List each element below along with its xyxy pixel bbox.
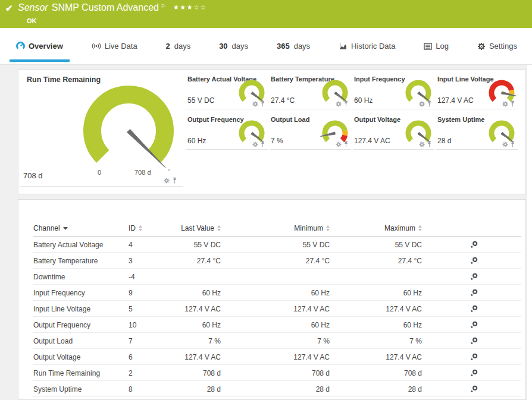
channel-row-battery-actual-voltage: Battery Actual Voltage455 V DC55 V DC55 … xyxy=(18,237,525,253)
channel-actions xyxy=(422,241,525,248)
channel-name: Downtime xyxy=(18,273,129,281)
gauge-value: 27.4 °C xyxy=(271,96,295,105)
last-value: 55 V DC xyxy=(164,241,221,249)
channel-name: Input Frequency xyxy=(18,289,129,297)
gear-icon[interactable] xyxy=(252,141,258,147)
last-value: 60 Hz xyxy=(164,289,221,297)
maximum-value: 55 V DC xyxy=(330,241,422,249)
column-header-channel[interactable]: Channel xyxy=(18,224,129,232)
tab-365-days[interactable]: 365 days xyxy=(270,28,317,64)
channel-row-battery-temperature: Battery Temperature327.4 °C27.4 °C27.4 °… xyxy=(18,253,525,269)
gear-icon[interactable] xyxy=(164,178,170,184)
wrench-icon[interactable] xyxy=(470,273,478,281)
channel-row-input-frequency: Input Frequency960 Hz60 Hz60 Hz xyxy=(18,285,525,301)
gauge-actions xyxy=(252,141,265,147)
gauge-value: 55 V DC xyxy=(187,96,214,105)
pin-icon[interactable] xyxy=(427,100,432,107)
gauge-actions xyxy=(502,100,515,107)
gauge-actions xyxy=(336,100,349,107)
sensor-title-row: Sensor SNMP Custom Advanced ⚐ ★★★☆☆ xyxy=(18,2,207,13)
small-gauges-grid: Battery Actual Voltage55 V DCBattery Tem… xyxy=(186,73,518,150)
channel-row-downtime: Downtime-4 xyxy=(18,269,525,285)
pin-icon[interactable] xyxy=(172,177,177,184)
gear-icon[interactable] xyxy=(252,101,258,107)
channel-name: Battery Actual Voltage xyxy=(18,241,129,249)
gauge-value: 7 % xyxy=(271,137,283,145)
gear-icon[interactable] xyxy=(419,141,425,147)
channel-id: 6 xyxy=(129,353,164,361)
tab-log[interactable]: Log xyxy=(417,28,455,64)
pin-icon[interactable] xyxy=(427,141,432,147)
tab-settings[interactable]: Settings xyxy=(471,28,524,64)
tab-30-days[interactable]: 30 days xyxy=(212,28,255,64)
tab-2-days[interactable]: 2 days xyxy=(159,28,198,64)
channel-id: 9 xyxy=(129,289,164,297)
channel-name: Input Line Voltage xyxy=(18,305,129,313)
gear-icon[interactable] xyxy=(502,101,508,107)
gauge-value: 127.4 V AC xyxy=(437,96,474,105)
gauge-dial: x xyxy=(76,78,181,183)
channel-id: 10 xyxy=(129,321,164,329)
minimum-value: 28 d xyxy=(221,385,330,393)
gauge-actions xyxy=(419,100,432,107)
wrench-icon[interactable] xyxy=(470,337,478,345)
wrench-icon[interactable] xyxy=(470,257,478,264)
last-value: 28 d xyxy=(164,385,221,393)
gauge-value: 127.4 V AC xyxy=(354,137,390,145)
maximum-value: 27.4 °C xyxy=(330,257,422,265)
gauge-title: System Uptime xyxy=(437,116,484,123)
channel-row-input-line-voltage: Input Line Voltage5127.4 V AC127.4 V AC1… xyxy=(18,301,525,317)
gauge-value: 60 Hz xyxy=(354,96,373,105)
gear-icon[interactable] xyxy=(419,101,425,107)
wrench-icon[interactable] xyxy=(470,305,478,313)
channel-row-output-frequency: Output Frequency1060 Hz60 Hz60 Hz xyxy=(18,317,525,333)
minimum-value: 127.4 V AC xyxy=(221,353,330,361)
channel-name: Output Voltage xyxy=(18,353,129,361)
wrench-icon[interactable] xyxy=(470,289,478,297)
wrench-icon[interactable] xyxy=(470,369,478,377)
wrench-icon[interactable] xyxy=(470,353,478,361)
minimum-value: 55 V DC xyxy=(221,241,330,249)
gear-icon[interactable] xyxy=(336,101,342,107)
channel-actions xyxy=(422,289,525,297)
pin-icon[interactable] xyxy=(510,141,515,147)
tab-bar: Overview Live Data 2 days 30 days 365 da… xyxy=(0,28,532,65)
gauge-title: Output Voltage xyxy=(354,116,400,123)
gauge-cell-battery-actual-voltage: Battery Actual Voltage55 V DC xyxy=(186,73,268,109)
channel-name: Output Frequency xyxy=(18,321,129,329)
channel-actions xyxy=(422,257,525,264)
column-header-minimum[interactable]: Minimum xyxy=(221,224,330,232)
tab-historic-data[interactable]: Historic Data xyxy=(332,28,402,64)
channel-table-body: Battery Actual Voltage455 V DC55 V DC55 … xyxy=(18,237,525,397)
maximum-value: 60 Hz xyxy=(330,289,422,297)
pin-icon[interactable] xyxy=(260,141,265,147)
tab-live-data[interactable]: Live Data xyxy=(85,28,144,64)
wrench-icon[interactable] xyxy=(470,321,478,329)
gauge-scale-min: 0 xyxy=(98,169,101,176)
column-header-id[interactable]: ID xyxy=(129,224,164,232)
wrench-icon[interactable] xyxy=(470,385,478,393)
sensor-title: SNMP Custom Advanced xyxy=(52,2,159,13)
channel-actions xyxy=(422,305,525,313)
column-header-last-value[interactable]: Last Value xyxy=(164,224,221,232)
sensor-header: ✔ Sensor SNMP Custom Advanced ⚐ ★★★☆☆ OK xyxy=(0,0,532,28)
pin-icon[interactable] xyxy=(343,141,349,147)
maximum-value: 28 d xyxy=(330,385,422,393)
column-header-maximum[interactable]: Maximum xyxy=(330,224,422,232)
channel-name: System Uptime xyxy=(18,385,129,393)
gauge-cell-output-load: Output Load7 % xyxy=(270,114,351,150)
pin-icon[interactable] xyxy=(343,100,349,107)
gear-icon[interactable] xyxy=(502,141,508,147)
wrench-icon[interactable] xyxy=(470,241,478,248)
scrollbar-gutter[interactable] xyxy=(526,65,532,400)
tab-overview[interactable]: Overview xyxy=(10,28,70,64)
last-value: 27.4 °C xyxy=(164,257,221,265)
pin-icon[interactable] xyxy=(260,100,265,107)
gauge-actions xyxy=(419,141,432,147)
gear-icon[interactable] xyxy=(336,141,342,147)
gauge-value: 28 d xyxy=(437,137,451,145)
star-rating[interactable]: ★★★☆☆ xyxy=(173,4,207,11)
channel-table-header: Channel ID Last Value Minimum Maximum xyxy=(18,220,525,237)
channel-actions xyxy=(422,321,525,329)
pin-icon[interactable] xyxy=(510,100,515,107)
